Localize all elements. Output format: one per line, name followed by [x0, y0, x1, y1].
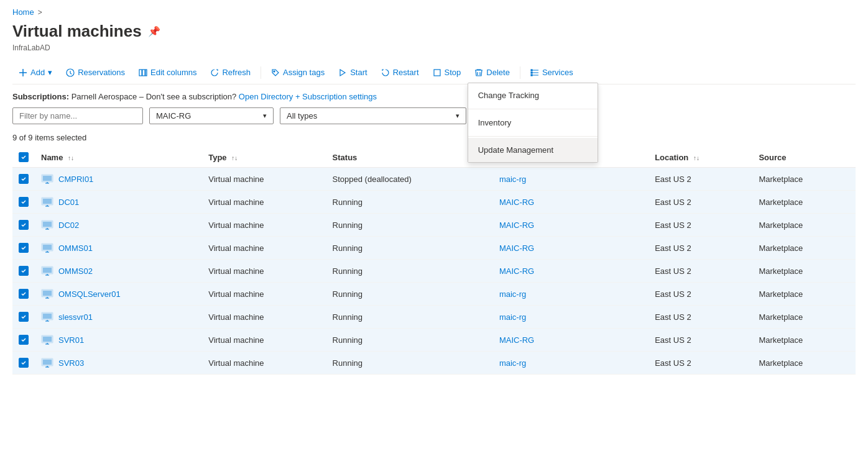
rg-link[interactable]: MAIC-RG — [499, 335, 534, 345]
row-checkbox[interactable] — [19, 266, 29, 276]
vm-icon — [41, 288, 53, 300]
services-menu-divider — [468, 109, 598, 109]
row-checkbox[interactable] — [19, 358, 29, 368]
vm-location: East US 2 — [649, 329, 752, 352]
columns-icon — [139, 68, 147, 77]
subscriptions-bar: Subscriptions: Parnell Aerospace – Don't… — [12, 92, 856, 101]
restart-button[interactable]: Restart — [375, 65, 425, 80]
vm-status: Running — [326, 329, 493, 352]
edit-columns-button[interactable]: Edit columns — [132, 65, 203, 80]
vm-type: Virtual machine — [202, 237, 326, 260]
vm-name-link[interactable]: OMMS01 — [58, 243, 93, 253]
rg-link[interactable]: MAIC-RG — [499, 243, 534, 253]
pin-icon[interactable]: 📌 — [148, 25, 160, 37]
th-checkbox[interactable] — [12, 147, 35, 168]
vm-name-link[interactable]: OMMS02 — [58, 266, 93, 276]
row-checkbox[interactable] — [19, 197, 29, 207]
th-location[interactable]: Location ↑↓ — [649, 147, 752, 168]
delete-button[interactable]: Delete — [468, 65, 516, 80]
row-checkbox[interactable] — [19, 174, 29, 184]
plus-icon — [19, 68, 27, 77]
table-row: DC01 Virtual machineRunningMAIC-RGEast U… — [12, 191, 856, 214]
vm-name-link[interactable]: DC02 — [58, 221, 79, 230]
selected-count: 9 of 9 items selected — [12, 133, 856, 142]
vm-icon — [41, 311, 53, 323]
table-row: OMSQLServer01 Virtual machineRunningmaic… — [12, 283, 856, 306]
vm-icon — [41, 334, 53, 346]
services-icon — [530, 68, 539, 77]
vm-name-link[interactable]: CMPRI01 — [58, 175, 93, 184]
services-menu-inventory[interactable]: Inventory — [468, 111, 598, 135]
vm-source: Marketplace — [752, 214, 856, 237]
vm-source: Marketplace — [752, 352, 856, 375]
row-checkbox[interactable] — [19, 243, 29, 253]
vm-name-link[interactable]: DC01 — [58, 198, 79, 207]
vm-icon — [41, 196, 53, 208]
svg-rect-11 — [43, 176, 52, 181]
table-row: DC02 Virtual machineRunningMAIC-RGEast U… — [12, 214, 856, 237]
svg-rect-3 — [145, 70, 147, 76]
resource-group-filter[interactable]: MAIC-RG ▾ — [149, 107, 274, 124]
table-row: CMPRI01 Virtual machineStopped (dealloca… — [12, 168, 856, 191]
rg-link[interactable]: MAIC-RG — [499, 221, 534, 230]
assign-tags-button[interactable]: Assign tags — [265, 65, 331, 80]
services-button[interactable]: Services — [524, 65, 579, 80]
vm-location: East US 2 — [649, 352, 752, 375]
start-button[interactable]: Start — [332, 65, 373, 80]
th-type[interactable]: Type ↑↓ — [202, 147, 326, 168]
rg-link[interactable]: maic-rg — [499, 175, 526, 184]
vm-status: Running — [326, 283, 493, 306]
services-menu-change-tracking[interactable]: Change Tracking — [468, 83, 598, 107]
vm-table: Name ↑↓ Type ↑↓ Status Resource group ↑↓… — [12, 147, 856, 375]
vm-source: Marketplace — [752, 191, 856, 214]
row-checkbox[interactable] — [19, 312, 29, 322]
refresh-button[interactable]: Refresh — [204, 65, 257, 80]
vm-status: Running — [326, 352, 493, 375]
vm-type: Virtual machine — [202, 352, 326, 375]
vm-icon — [41, 357, 53, 369]
svg-rect-9 — [531, 75, 532, 76]
vm-name-link[interactable]: OMSQLServer01 — [58, 289, 121, 299]
services-menu-update-management[interactable]: Update Management — [468, 138, 598, 162]
svg-rect-21 — [43, 291, 52, 296]
subscriptions-label: Subscriptions: — [12, 92, 69, 101]
vm-source: Marketplace — [752, 237, 856, 260]
open-directory-link[interactable]: Open Directory + Subscription settings — [239, 92, 377, 101]
th-name[interactable]: Name ↑↓ — [35, 147, 202, 168]
select-all-checkbox[interactable] — [19, 152, 29, 162]
toolbar-separator-2 — [520, 66, 520, 79]
rg-link[interactable]: MAIC-RG — [499, 198, 534, 207]
refresh-icon — [210, 68, 219, 77]
rg-link[interactable]: maic-rg — [499, 312, 526, 322]
row-checkbox[interactable] — [19, 220, 29, 230]
vm-name-link[interactable]: SVR03 — [58, 358, 84, 368]
add-button[interactable]: Add ▾ — [12, 65, 58, 80]
rg-link[interactable]: maic-rg — [499, 289, 526, 299]
types-filter[interactable]: All types ▾ — [280, 107, 466, 124]
row-checkbox[interactable] — [19, 335, 29, 345]
filter-name-input[interactable] — [12, 107, 143, 124]
vm-status: Running — [326, 306, 493, 329]
svg-rect-13 — [43, 199, 52, 204]
vm-type: Virtual machine — [202, 191, 326, 214]
vm-source: Marketplace — [752, 306, 856, 329]
rg-link[interactable]: MAIC-RG — [499, 266, 534, 276]
breadcrumb: Home > — [12, 7, 856, 17]
services-dropdown: Change Tracking Inventory Update Managem… — [468, 83, 598, 163]
types-value: All types — [287, 111, 317, 121]
svg-marker-5 — [340, 70, 345, 76]
rg-link[interactable]: maic-rg — [499, 358, 526, 368]
start-icon — [338, 68, 347, 77]
stop-button[interactable]: Stop — [427, 65, 468, 80]
vm-name-link[interactable]: SVR01 — [58, 335, 84, 345]
loc-sort-icon: ↑↓ — [693, 155, 699, 161]
vm-name-link[interactable]: slessvr01 — [58, 312, 93, 322]
breadcrumb-home-link[interactable]: Home — [12, 7, 34, 17]
svg-rect-1 — [139, 70, 142, 76]
delete-icon — [474, 68, 483, 77]
toolbar: Add ▾ Reservations Edit columns Refresh … — [12, 61, 856, 84]
row-checkbox[interactable] — [19, 289, 29, 299]
vm-location: East US 2 — [649, 214, 752, 237]
reservations-button[interactable]: Reservations — [60, 65, 131, 80]
vm-status: Running — [326, 191, 493, 214]
